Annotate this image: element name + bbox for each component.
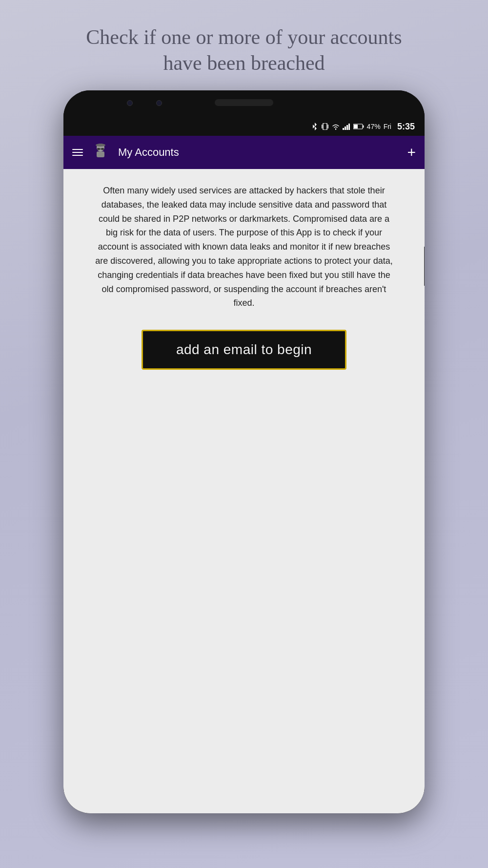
phone-screen: Often many widely used services are atta… bbox=[63, 169, 425, 813]
battery-icon bbox=[353, 124, 364, 129]
logo-icon bbox=[91, 143, 110, 162]
signal-icon bbox=[343, 124, 350, 130]
phone-side-button bbox=[424, 247, 425, 286]
svg-rect-5 bbox=[346, 125, 348, 130]
svg-rect-1 bbox=[322, 125, 323, 128]
svg-rect-15 bbox=[101, 148, 104, 150]
svg-rect-13 bbox=[97, 151, 104, 157]
svg-rect-4 bbox=[345, 127, 346, 130]
menu-button[interactable] bbox=[72, 149, 83, 156]
app-toolbar: My Accounts + bbox=[63, 136, 425, 169]
svg-rect-9 bbox=[363, 126, 364, 128]
vibrate-icon bbox=[321, 123, 329, 130]
svg-rect-8 bbox=[354, 125, 358, 128]
phone-camera-right bbox=[156, 100, 162, 106]
svg-rect-2 bbox=[327, 125, 328, 128]
svg-rect-3 bbox=[343, 128, 344, 130]
status-bar: 47% Fri 5:35 bbox=[63, 117, 425, 136]
status-time: 5:35 bbox=[397, 122, 415, 132]
phone-speaker bbox=[215, 99, 273, 106]
wifi-icon bbox=[332, 124, 340, 130]
svg-rect-6 bbox=[348, 124, 350, 130]
toolbar-title: My Accounts bbox=[118, 146, 400, 159]
app-logo bbox=[90, 142, 111, 163]
add-account-button[interactable]: + bbox=[407, 145, 416, 160]
description-text: Often many widely used services are atta… bbox=[93, 184, 395, 310]
phone-notch bbox=[63, 90, 425, 117]
page-background-title: Check if one or more of your accounts ha… bbox=[68, 24, 420, 76]
svg-rect-14 bbox=[97, 148, 100, 150]
phone-camera-left bbox=[127, 100, 133, 106]
add-email-button[interactable]: add an email to begin bbox=[142, 330, 346, 370]
svg-rect-0 bbox=[323, 123, 327, 130]
phone-device: 47% Fri 5:35 bbox=[63, 90, 425, 813]
battery-percent: 47% bbox=[367, 123, 381, 130]
svg-rect-12 bbox=[97, 144, 104, 146]
status-day: Fri bbox=[384, 123, 391, 130]
status-icons: 47% Fri bbox=[311, 123, 391, 130]
bluetooth-icon bbox=[311, 123, 318, 130]
